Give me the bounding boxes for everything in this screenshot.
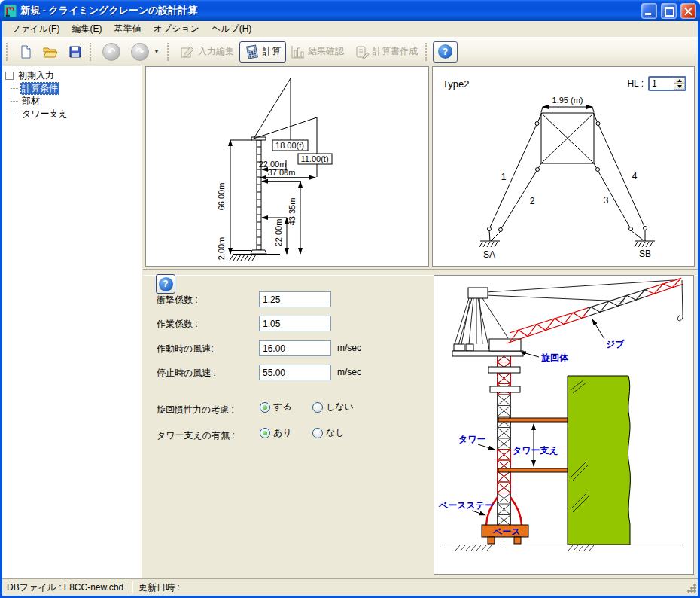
- radio-checked-icon: [260, 402, 270, 413]
- impact-factor-input[interactable]: [259, 291, 331, 307]
- operating-wind-unit: m/sec: [337, 343, 361, 353]
- menu-edit[interactable]: 編集(E): [65, 21, 108, 37]
- menu-standards[interactable]: 基準値: [108, 21, 147, 37]
- toolbar-grip[interactable]: [6, 43, 11, 61]
- leg2-label: 2: [530, 196, 535, 206]
- toolbar: ↶ ↷ ▼ 入力編集: [2, 37, 698, 66]
- jib-black-section: [507, 278, 683, 343]
- radio-option-label: しない: [326, 401, 354, 413]
- menu-options[interactable]: オプション: [147, 21, 205, 37]
- dim-base: 2.00m: [217, 237, 226, 261]
- tree-root-label[interactable]: 初期入力: [17, 69, 56, 82]
- navigation-tree: 初期入力 計算条件 部材 タワー支え: [2, 66, 142, 579]
- app-icon: [4, 5, 17, 17]
- tower-support-label: タワー支え: [513, 445, 558, 456]
- menu-bar: ファイル(F) 編集(E) 基準値 オプション ヘルプ(H): [2, 21, 698, 37]
- load-main-label: 18.00(t): [275, 141, 304, 150]
- redo-dropdown-icon[interactable]: ▼: [154, 48, 160, 55]
- tower-support-no-radio[interactable]: なし: [312, 426, 345, 439]
- toolbar-grip[interactable]: [167, 43, 172, 61]
- tree-children: 計算条件 部材 タワー支え: [11, 82, 138, 121]
- hl-spinner: [648, 76, 686, 91]
- jib-red-tip: [507, 278, 683, 343]
- spin-down-icon: [677, 85, 682, 88]
- calculate-button[interactable]: 計算: [239, 41, 286, 63]
- tree-item-label[interactable]: 部材: [20, 95, 41, 108]
- leg1-label: 1: [501, 172, 507, 182]
- form-help-button[interactable]: ?: [156, 274, 175, 294]
- radio-option-label: する: [273, 401, 292, 413]
- help-button[interactable]: ?: [433, 41, 458, 63]
- hl-input[interactable]: [650, 78, 674, 90]
- redo-button[interactable]: ↷ ▼: [126, 41, 165, 63]
- stopped-wind-input[interactable]: [259, 365, 331, 380]
- resize-grip[interactable]: [686, 582, 696, 593]
- swing-inertia-yes-radio[interactable]: する: [260, 401, 292, 413]
- status-bar: DBファイル : F8CC-new.cbd 更新日時 :: [2, 578, 698, 596]
- tree-item-label[interactable]: タワー支え: [20, 108, 69, 121]
- radio-option-label: あり: [273, 426, 292, 439]
- jib-red-section: [507, 278, 683, 343]
- jib-label: ジブ: [606, 339, 625, 349]
- toolbar-grip[interactable]: [90, 43, 95, 61]
- edit-pencil-icon: [180, 45, 195, 59]
- create-report-button[interactable]: 計算書作成: [349, 41, 423, 63]
- crane-illustration: ジブ 旋回体 タワー タワー支え ベースステー ベース: [434, 276, 693, 574]
- spin-up-icon: [677, 79, 682, 82]
- save-button[interactable]: [63, 41, 87, 63]
- base-label: ベース: [492, 526, 521, 537]
- close-button[interactable]: [680, 3, 696, 19]
- swing-inertia-no-radio[interactable]: しない: [312, 401, 354, 413]
- minimize-button[interactable]: [641, 3, 657, 19]
- form-help-icon: ?: [159, 277, 173, 291]
- type2-panel: Type2 1.95 (m) 1 2 3 4 SA SB HL :: [432, 66, 695, 267]
- status-db-file: DBファイル : F8CC-new.cbd: [2, 581, 132, 594]
- save-floppy-icon: [68, 45, 82, 59]
- operating-wind-input[interactable]: [259, 340, 331, 356]
- new-file-icon: [19, 45, 32, 59]
- check-results-button[interactable]: 結果確認: [286, 41, 349, 63]
- open-file-button[interactable]: [38, 41, 63, 63]
- tree-item-members[interactable]: 部材: [11, 95, 138, 108]
- undo-button[interactable]: ↶: [97, 41, 126, 63]
- title-bar: 新規 - クライミングクレーンの設計計算: [0, 0, 700, 21]
- redo-icon: ↷: [131, 43, 149, 61]
- calculator-icon: [245, 44, 260, 59]
- tree-root-row[interactable]: 初期入力: [5, 69, 138, 82]
- window-frame: ファイル(F) 編集(E) 基準値 オプション ヘルプ(H): [2, 21, 698, 596]
- type2-diagram: Type2 1.95 (m) 1 2 3 4 SA SB: [433, 67, 694, 266]
- toolbar-grip[interactable]: [425, 43, 431, 61]
- building-shape: [568, 376, 630, 545]
- menu-file[interactable]: ファイル(F): [5, 21, 65, 37]
- content-area: 初期入力 計算条件 部材 タワー支え: [2, 66, 698, 579]
- stopped-wind-unit: m/sec: [337, 367, 361, 377]
- create-report-label: 計算書作成: [373, 45, 418, 58]
- collapse-icon[interactable]: [5, 72, 14, 80]
- hl-spin-up-button[interactable]: [674, 78, 685, 84]
- swivel-label: 旋回体: [540, 352, 569, 363]
- radio-unchecked-icon: [312, 402, 323, 413]
- tree-item-label-selected[interactable]: 計算条件: [20, 82, 59, 95]
- status-updated: 更新日時 :: [138, 581, 686, 594]
- tree-item-tower-support[interactable]: タワー支え: [11, 108, 138, 121]
- dim-support-lower: 22.00m: [274, 219, 283, 247]
- tower-support-presence-label: タワー支えの有無 :: [157, 429, 235, 442]
- support-b-label: SB: [639, 249, 651, 259]
- tower-support-yes-radio[interactable]: あり: [260, 426, 292, 439]
- work-factor-input[interactable]: [259, 316, 331, 331]
- help-icon: ?: [438, 44, 452, 59]
- edit-input-label: 入力編集: [198, 45, 234, 58]
- status-separator: [132, 581, 133, 593]
- maximize-button[interactable]: [661, 3, 677, 19]
- impact-factor-label: 衝撃係数 :: [157, 294, 198, 307]
- edit-input-button[interactable]: 入力編集: [175, 41, 239, 63]
- hl-spin-down-button[interactable]: [674, 84, 685, 90]
- app-window: 新規 - クライミングクレーンの設計計算 ファイル(F) 編集(E) 基準値 オ…: [0, 0, 700, 598]
- tree-item-calc-conditions[interactable]: 計算条件: [11, 82, 138, 95]
- menu-help[interactable]: ヘルプ(H): [205, 21, 258, 37]
- work-factor-label: 作業係数 :: [157, 318, 198, 331]
- new-file-button[interactable]: [14, 41, 38, 63]
- check-results-label: 結果確認: [308, 45, 344, 58]
- main-area: 18.00(t) 11.00(t) 22.00m 37.00m 66.00m 4…: [143, 66, 698, 579]
- upper-tie-beam: [498, 418, 568, 422]
